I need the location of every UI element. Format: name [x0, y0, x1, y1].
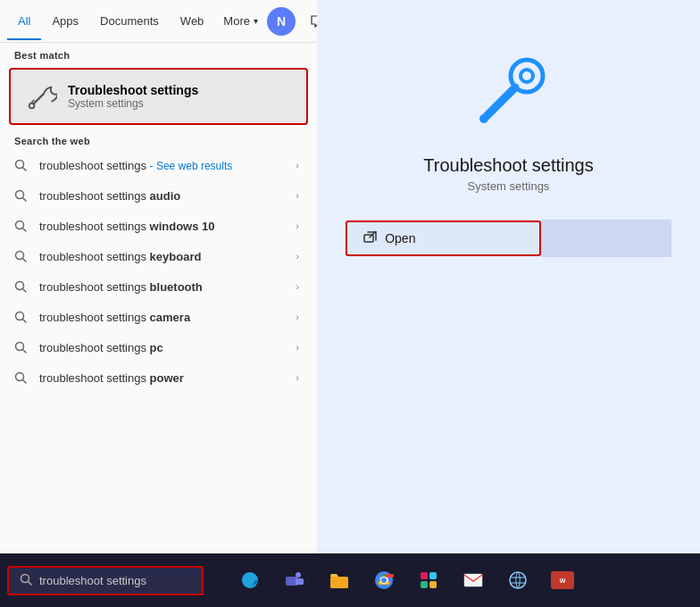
suggestion-item[interactable]: troubleshoot settings - See web results …	[0, 150, 317, 180]
svg-line-12	[23, 320, 27, 323]
tab-more[interactable]: More ▾	[214, 2, 267, 40]
suggestion-item[interactable]: troubleshoot settings bluetooth ›	[0, 271, 317, 302]
svg-rect-25	[296, 578, 304, 585]
chevron-right-icon: ›	[290, 279, 304, 294]
svg-rect-31	[421, 572, 428, 579]
tab-web[interactable]: Web	[170, 2, 215, 40]
suggestion-bold: windows 10	[150, 220, 215, 233]
search-web-label: Search the web	[0, 129, 317, 150]
svg-line-14	[23, 350, 27, 353]
edge-icon[interactable]	[230, 561, 270, 600]
svg-point-19	[479, 114, 488, 123]
svg-line-8	[23, 259, 27, 262]
suggestion-item[interactable]: troubleshoot settings audio ›	[0, 180, 317, 211]
search-icon	[20, 573, 32, 588]
chevron-right-icon: ›	[290, 158, 304, 172]
suggestion-text: troubleshoot settings power	[39, 371, 290, 385]
search-panel: All Apps Documents Web More ▾ N ··· ✕ Be…	[0, 0, 317, 553]
search-icon	[12, 279, 29, 295]
suggestion-bold: power	[150, 371, 184, 385]
taskbar-search[interactable]: troubleshoot settings	[7, 566, 204, 595]
suggestion-item[interactable]: troubleshoot settings keyboard ›	[0, 241, 317, 271]
chrome-icon[interactable]	[364, 561, 404, 600]
wrench-large-icon	[469, 54, 549, 137]
watermark-icon: W	[543, 561, 582, 600]
svg-text:W: W	[560, 578, 566, 584]
open-icon	[363, 231, 378, 245]
svg-rect-35	[464, 574, 482, 586]
suggestion-text: troubleshoot settings bluetooth	[39, 280, 290, 294]
best-match-title: Troubleshoot settings	[68, 83, 198, 97]
suggestion-text: troubleshoot settings pc	[39, 341, 290, 354]
suggestion-item[interactable]: troubleshoot settings windows 10 ›	[0, 211, 317, 241]
best-match-text: Troubleshoot settings System settings	[68, 83, 198, 110]
chevron-right-icon: ›	[290, 310, 304, 324]
search-icon	[12, 218, 29, 234]
svg-line-6	[23, 229, 27, 232]
svg-rect-32	[429, 572, 437, 579]
open-button-extension	[541, 220, 671, 257]
svg-rect-26	[330, 577, 348, 588]
best-match-item[interactable]: Troubleshoot settings System settings	[9, 68, 308, 125]
chevron-right-icon: ›	[290, 249, 304, 263]
chevron-right-icon: ›	[290, 219, 304, 233]
search-icon	[12, 309, 29, 325]
best-match-label: Best match	[0, 43, 317, 64]
teams-icon[interactable]	[275, 561, 314, 600]
search-icon	[12, 157, 29, 173]
chevron-right-icon: ›	[290, 188, 304, 203]
slack-icon[interactable]	[409, 561, 448, 600]
open-button-row: Open	[346, 220, 671, 257]
open-button-label: Open	[385, 231, 415, 245]
see-web-results-link[interactable]: - See web results	[150, 160, 233, 172]
best-match-subtitle: System settings	[68, 97, 198, 110]
open-button[interactable]: Open	[346, 220, 541, 256]
gmail-icon[interactable]	[454, 561, 493, 600]
svg-point-30	[381, 578, 387, 583]
suggestion-bold: bluetooth	[150, 280, 203, 294]
network-icon[interactable]	[498, 561, 538, 600]
svg-line-22	[29, 581, 32, 585]
search-icon	[12, 248, 29, 264]
wrench-icon	[23, 79, 59, 114]
chevron-right-icon: ›	[290, 340, 304, 354]
tab-apps[interactable]: Apps	[41, 2, 89, 40]
svg-point-18	[521, 70, 533, 82]
suggestion-text: troubleshoot settings audio	[39, 189, 290, 203]
suggestion-item[interactable]: troubleshoot settings pc ›	[0, 332, 317, 362]
taskbar-search-text: troubleshoot settings	[39, 574, 146, 587]
suggestion-item[interactable]: troubleshoot settings camera ›	[0, 302, 317, 332]
search-icon	[12, 370, 29, 386]
svg-rect-34	[429, 581, 437, 588]
tab-documents[interactable]: Documents	[89, 2, 170, 40]
svg-line-10	[23, 289, 27, 293]
svg-line-2	[23, 168, 27, 171]
svg-point-24	[296, 572, 301, 578]
suggestion-text: troubleshoot settings keyboard	[39, 250, 290, 263]
avatar[interactable]: N	[267, 7, 296, 36]
file-explorer-icon[interactable]	[320, 561, 359, 600]
chevron-right-icon: ›	[290, 370, 304, 385]
suggestion-bold: camera	[150, 311, 191, 324]
search-icon	[12, 339, 29, 355]
search-icon	[12, 187, 29, 204]
suggestion-bold: pc	[150, 341, 163, 354]
svg-rect-33	[421, 581, 428, 588]
suggestion-text: troubleshoot settings - See web results	[39, 159, 290, 172]
right-panel: Troubleshoot settings System settings Op…	[317, 0, 700, 553]
suggestion-bold: keyboard	[150, 250, 202, 263]
svg-point-36	[510, 572, 526, 588]
chevron-down-icon: ▾	[254, 16, 258, 26]
right-panel-title: Troubleshoot settings	[423, 155, 593, 176]
suggestion-text: troubleshoot settings windows 10	[39, 220, 290, 233]
tab-bar: All Apps Documents Web More ▾ N ··· ✕	[0, 0, 317, 43]
suggestion-item[interactable]: troubleshoot settings power ›	[0, 362, 317, 393]
suggestion-bold: audio	[150, 189, 181, 203]
svg-line-4	[23, 198, 27, 202]
tab-all[interactable]: All	[7, 2, 41, 40]
suggestion-text: troubleshoot settings camera	[39, 311, 290, 324]
taskbar: troubleshoot settings	[0, 553, 700, 607]
svg-line-16	[23, 380, 27, 384]
taskbar-icons: W	[230, 561, 582, 600]
right-panel-subtitle: System settings	[468, 179, 550, 193]
